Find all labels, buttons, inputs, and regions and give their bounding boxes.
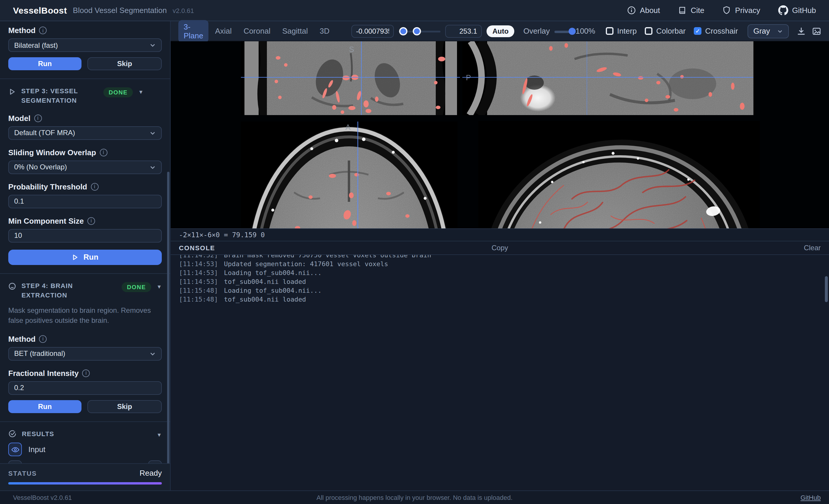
- run-button-step2[interactable]: Run: [8, 57, 81, 70]
- skip-button-step4[interactable]: Skip: [87, 400, 162, 413]
- axial-view[interactable]: A: [241, 122, 458, 228]
- overlay-slider[interactable]: [554, 26, 573, 36]
- console-log-line: [11:14:53]tof_sub004.nii loaded: [179, 277, 821, 286]
- result-row-segmentation: Segmentation: [8, 461, 162, 463]
- run-label: Run: [83, 253, 99, 262]
- sagittal-slice-image: P: [462, 41, 753, 115]
- sidebar-scroll-area[interactable]: Method i Bilateral (fast) Run Skip STEP …: [0, 21, 170, 463]
- run-button-step3[interactable]: Run: [8, 249, 162, 265]
- divider: [0, 273, 170, 274]
- overlay-percent: 100%: [576, 27, 596, 35]
- info-icon[interactable]: i: [91, 183, 98, 191]
- status-value: Ready: [140, 469, 162, 477]
- model-select[interactable]: Default (TOF MRA): [8, 126, 162, 140]
- tab-sagittal[interactable]: Sagittal: [277, 24, 313, 38]
- console-log-area[interactable]: [11:14:52]Brain mask removed 750750 vess…: [171, 255, 829, 491]
- visibility-toggle-segmentation[interactable]: [8, 461, 22, 463]
- sagittal-view[interactable]: P: [462, 41, 753, 115]
- coronal-view[interactable]: S: [241, 41, 460, 115]
- step3-title: STEP 3: VESSEL SEGMENTATION: [21, 87, 98, 106]
- crosshair-checkbox[interactable]: ✓ Crosshair: [694, 27, 738, 35]
- about-button[interactable]: About: [627, 6, 660, 15]
- viewer-toolbar: 3-Plane Axial Coronal Sagittal 3D Auto O…: [171, 21, 829, 41]
- footer-privacy-note: All processing happens locally in your b…: [317, 494, 512, 501]
- divider: [0, 78, 170, 79]
- github-label: GitHub: [792, 6, 816, 15]
- console-log-line: [11:14:52]Brain mask removed 750750 vess…: [179, 255, 821, 259]
- method-select-step4[interactable]: BET (traditional): [8, 347, 162, 360]
- crosshair-label: Crosshair: [705, 27, 738, 35]
- tab-axial[interactable]: Axial: [210, 24, 237, 38]
- render-3d-view[interactable]: [478, 121, 760, 228]
- result-label: Segmentation: [28, 463, 142, 463]
- range-knob-max[interactable]: [413, 27, 421, 35]
- intensity-min-input[interactable]: [351, 25, 394, 37]
- privacy-label: Privacy: [735, 6, 760, 15]
- info-icon[interactable]: i: [82, 369, 90, 377]
- step4-description: Mask segmentation to brain region. Remov…: [8, 306, 162, 326]
- console-scrollbar-thumb[interactable]: [825, 276, 828, 302]
- coronal-slice-image: S: [241, 41, 460, 115]
- auto-button[interactable]: Auto: [486, 25, 514, 37]
- colormap-select[interactable]: Gray: [748, 24, 789, 38]
- tab-coronal[interactable]: Coronal: [238, 24, 276, 38]
- collapse-caret-icon[interactable]: ▼: [138, 89, 143, 95]
- step3-header[interactable]: STEP 3: VESSEL SEGMENTATION DONE ▼: [8, 87, 162, 106]
- console-clear-button[interactable]: Clear: [804, 243, 821, 252]
- min-size-input[interactable]: [8, 229, 162, 242]
- info-icon[interactable]: i: [39, 335, 47, 343]
- info-icon: [627, 6, 636, 15]
- colorbar-checkbox[interactable]: ✓ Colorbar: [645, 27, 686, 35]
- tab-3-plane[interactable]: 3-Plane: [178, 20, 209, 42]
- render-canvas: S: [171, 41, 829, 228]
- position-readout: -2×11×-6×0 = 79.159 0: [171, 228, 829, 240]
- info-icon[interactable]: i: [87, 217, 95, 225]
- github-button[interactable]: GitHub: [778, 5, 816, 15]
- cite-button[interactable]: Cite: [678, 6, 705, 15]
- screenshot-button[interactable]: [812, 26, 821, 36]
- result-row-input: Input: [8, 443, 162, 457]
- overlay-label: Overlay: [524, 27, 550, 35]
- info-icon[interactable]: i: [100, 149, 107, 156]
- fractional-intensity-input[interactable]: [8, 381, 162, 394]
- interp-checkbox[interactable]: ✓ Interp: [606, 27, 637, 35]
- collapse-caret-icon[interactable]: ▼: [156, 284, 162, 290]
- min-size-label: Min Component Size i: [8, 217, 162, 226]
- method-select-step2[interactable]: Bilateral (fast): [8, 38, 162, 52]
- colorbar-label: Colorbar: [656, 27, 686, 35]
- checkbox-box: ✓: [606, 27, 613, 35]
- tab-3d[interactable]: 3D: [315, 24, 335, 38]
- info-icon[interactable]: i: [39, 27, 47, 34]
- range-knob-min[interactable]: [399, 27, 407, 35]
- eye-icon: [11, 446, 19, 453]
- console-copy-button[interactable]: Copy: [492, 243, 508, 252]
- download-view-button[interactable]: [796, 26, 806, 36]
- method-label-step4: Method i: [8, 334, 162, 343]
- collapse-caret-icon[interactable]: ▼: [156, 432, 162, 438]
- threshold-input[interactable]: [8, 195, 162, 208]
- result-label: Input: [28, 445, 162, 454]
- shield-icon: [722, 6, 731, 15]
- status-progress-bar: [8, 482, 162, 484]
- visibility-toggle-input[interactable]: [8, 443, 22, 457]
- privacy-button[interactable]: Privacy: [722, 6, 760, 15]
- check-circle-icon: [8, 429, 16, 438]
- info-icon[interactable]: i: [34, 115, 42, 122]
- sidebar-scrollbar-thumb[interactable]: [167, 172, 170, 463]
- download-segmentation-button[interactable]: [148, 461, 162, 463]
- skip-button-step2[interactable]: Skip: [87, 57, 162, 70]
- chevron-down-icon: [149, 130, 156, 136]
- divider: [0, 421, 170, 422]
- footer-github-link[interactable]: GitHub: [801, 494, 821, 501]
- overlap-select[interactable]: 0% (No Overlap): [8, 160, 162, 174]
- colormap-value: Gray: [753, 27, 770, 35]
- top-nav: About Cite Privacy GitHub: [627, 5, 816, 15]
- step4-header[interactable]: STEP 4: BRAIN EXTRACTION DONE ▼: [8, 281, 162, 300]
- orientation-label-anterior: A: [346, 123, 351, 131]
- results-header[interactable]: RESULTS ▼: [8, 429, 162, 439]
- intensity-max-input[interactable]: [445, 25, 482, 37]
- run-button-step4[interactable]: Run: [8, 400, 81, 413]
- console-log-list: [11:14:52]Brain mask removed 750750 vess…: [179, 255, 821, 304]
- intensity-range-slider[interactable]: [399, 26, 440, 36]
- overlay-knob[interactable]: [569, 28, 576, 35]
